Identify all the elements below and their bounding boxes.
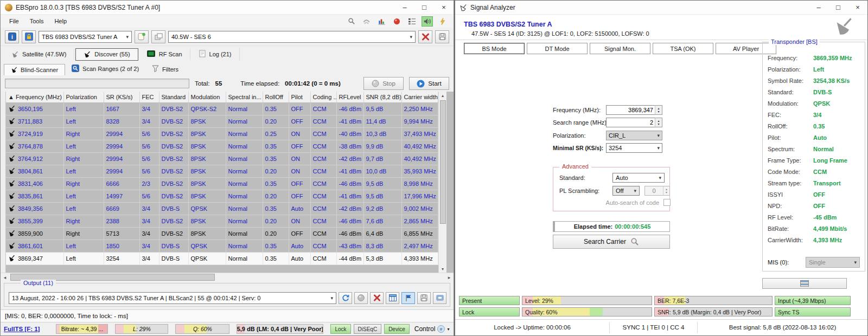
minimize-button[interactable]: – [809, 1, 828, 14]
column-header[interactable]: Polarization [63, 92, 104, 102]
minimal-sr-select[interactable]: 3254 ▾ [606, 143, 662, 153]
table-row[interactable]: 3849,356 Left 6669 3/4 DVB-S QPSK Normal… [6, 202, 438, 215]
close-button[interactable]: × [848, 1, 867, 14]
table-row[interactable]: 3764,878 Left 29994 5/6 DVB-S2 8PSK Norm… [6, 140, 438, 152]
lock-status-button[interactable]: Lock [330, 324, 350, 334]
table-row[interactable]: 3831,406 Right 6666 2/3 DVB-S2 8PSK Norm… [6, 177, 438, 190]
table-row[interactable]: 3855,399 Right 2388 3/4 DVB-S2 8PSK Norm… [6, 215, 438, 227]
maximize-button[interactable]: □ [828, 1, 848, 14]
delete-output-button[interactable] [370, 292, 384, 304]
table-row[interactable]: 3804,861 Left 29994 5/6 DVB-S2 8PSK Norm… [6, 165, 438, 177]
column-header[interactable]: RollOff [263, 92, 289, 102]
frequency-input[interactable] [606, 105, 662, 115]
column-header[interactable]: Carrier width [401, 92, 438, 102]
search-range-stepper[interactable]: ▴▾ [655, 118, 662, 127]
column-header[interactable]: RFLevel [336, 92, 363, 102]
lock-button[interactable] [22, 30, 36, 43]
tab-log[interactable]: Log (21) [192, 48, 240, 61]
menu-help[interactable]: Help [49, 18, 72, 24]
stop-button[interactable]: Stop [363, 77, 404, 90]
pl-scrambling-select[interactable]: Off ▾ [612, 186, 640, 196]
mis-select[interactable]: Single ▾ [806, 257, 860, 268]
device-button[interactable]: Device [384, 324, 410, 334]
menu-file[interactable]: File [4, 18, 24, 24]
pl-code-stepper[interactable]: 0 ▴▾ [644, 186, 670, 196]
close-button[interactable]: × [434, 1, 454, 14]
panel-splitter[interactable] [1, 92, 6, 273]
column-header[interactable]: SNR (8,2 dB) [363, 92, 401, 102]
polarization-select[interactable]: CIR_L ▾ [606, 131, 662, 140]
diseqc-button[interactable]: DiSEqC [354, 324, 382, 334]
scroll-left-icon[interactable]: ◂ [1, 273, 9, 281]
column-header[interactable]: Standard [159, 92, 188, 102]
standard-select[interactable]: Auto ▾ [612, 173, 665, 183]
column-header[interactable]: Coding ... [310, 92, 336, 102]
flag-button[interactable] [401, 292, 415, 304]
column-header[interactable]: ▲ Frequency (MHz) [6, 92, 63, 102]
table-row[interactable]: 3764,912 Right 29994 5/6 DVB-S2 8PSK Nor… [6, 152, 438, 165]
column-header[interactable]: FEC [139, 92, 159, 102]
radar-icon[interactable] [361, 16, 372, 27]
maximize-button[interactable]: □ [414, 1, 434, 14]
grid-view-button[interactable] [386, 292, 399, 304]
save-button[interactable] [435, 30, 449, 43]
lightning-icon[interactable] [437, 16, 448, 27]
table-row[interactable]: 3724,919 Right 29994 5/6 DVB-S2 8PSK Nor… [6, 127, 438, 140]
tab-bs-mode[interactable]: BS Mode [464, 43, 525, 54]
auto-search-checkbox[interactable] [663, 199, 671, 206]
save-output-button[interactable] [417, 292, 431, 304]
refresh-button[interactable] [339, 292, 352, 304]
tab-rf-scan[interactable]: RF Scan [139, 48, 190, 60]
carrier-width-cell: 17,996 MHz [401, 190, 438, 202]
tab-rf-scan-label: RF Scan [159, 51, 182, 57]
delete-satellite-button[interactable] [418, 30, 432, 43]
fullts-link[interactable]: FullTS [F: 1] [4, 326, 40, 332]
scroll-up-icon[interactable]: ▴ [439, 92, 446, 99]
note-button[interactable] [135, 30, 149, 43]
table-row[interactable]: 3869,347 Left 3254 3/4 DVB-S QPSK Normal… [6, 252, 438, 264]
table-row[interactable]: 3861,601 Left 1850 3/4 DVB-S QPSK Normal… [6, 240, 438, 252]
tab-dt-mode[interactable]: DT Mode [527, 43, 588, 54]
table-row[interactable]: 3835,861 Left 14997 5/6 DVB-S2 8PSK Norm… [6, 190, 438, 202]
satellite-select[interactable]: 40.5W - SES 6 ▾ [168, 31, 416, 43]
column-header[interactable]: Pilot [289, 92, 310, 102]
column-header[interactable]: SR (KS/s) [104, 92, 139, 102]
column-header[interactable]: Modulation [188, 92, 226, 102]
scroll-right-icon[interactable]: ▸ [445, 273, 454, 281]
horizontal-scrollbar[interactable]: ◂ ▸ [1, 273, 454, 281]
frequency-stepper[interactable]: ▴▾ [655, 105, 662, 115]
menu-tools[interactable]: Tools [24, 18, 49, 24]
stream-window-button[interactable] [762, 278, 847, 289]
tab-satellite[interactable]: Satellite (47.5W) [4, 49, 74, 60]
search-carrier-button[interactable]: Search Carrier [553, 235, 670, 249]
tab-filters[interactable]: Filters [145, 63, 185, 75]
speaker-icon[interactable] [422, 16, 433, 27]
tab-signal-mon[interactable]: Signal Mon. [590, 43, 650, 54]
fec-cell: 5/6 [139, 127, 159, 140]
minimize-button[interactable]: – [395, 1, 414, 14]
search-icon[interactable] [346, 16, 357, 27]
table-row[interactable]: 3650,195 Left 1667 3/4 DVB-S2 QPSK-S2 No… [6, 102, 438, 115]
tab-scan-ranges[interactable]: Scan Ranges (2 of 2) [65, 62, 145, 75]
vertical-scrollbar[interactable]: ▴ ▾ [438, 92, 446, 273]
chart-icon[interactable] [376, 16, 387, 27]
table-row[interactable]: 3711,883 Left 8328 3/4 DVB-S2 8PSK Norma… [6, 115, 438, 127]
table-row[interactable]: 3859,900 Right 5713 3/4 DVB-S2 8PSK Norm… [6, 227, 438, 240]
tab-tsa[interactable]: TSA (OK) [653, 43, 713, 54]
output-select[interactable]: 13 August, 2022 - 16:00 26 | TBS 6983 DV… [9, 292, 336, 304]
info-button[interactable]: i [5, 30, 19, 43]
sphere-button[interactable] [354, 292, 368, 304]
column-header[interactable]: Spectral in... [226, 92, 263, 102]
record-icon[interactable] [391, 16, 403, 27]
capture-button[interactable] [433, 292, 446, 304]
transfer-button[interactable] [151, 30, 165, 43]
tuner-select[interactable]: TBS 6983 DVBS/S2 Tuner A ▾ [39, 31, 132, 43]
tab-discover[interactable]: Discover (55) [75, 48, 138, 61]
start-button[interactable]: Start [409, 77, 449, 90]
list-icon[interactable] [406, 16, 418, 27]
scrollbar-thumb[interactable] [440, 100, 446, 224]
scroll-down-icon[interactable]: ▾ [439, 265, 446, 273]
search-range-input[interactable] [606, 118, 662, 127]
tab-blind-scanner[interactable]: Blind-Scanner [4, 64, 65, 75]
control-menu[interactable]: Control # ▾ [414, 325, 450, 333]
